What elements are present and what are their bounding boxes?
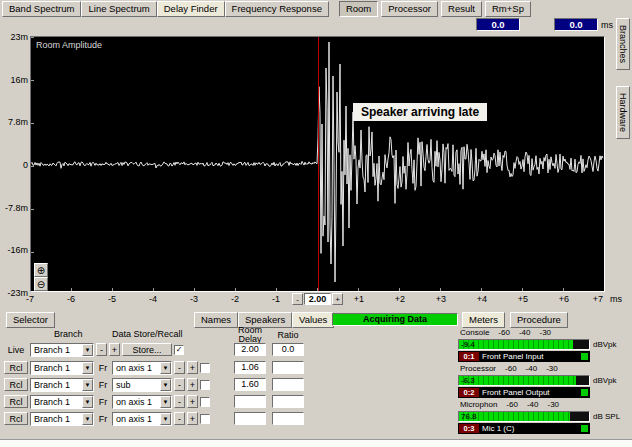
tab-meters[interactable]: Meters — [462, 312, 505, 328]
ratio-field[interactable]: 0.0 — [272, 343, 304, 356]
meter-tick: -40 — [526, 364, 538, 373]
tab-selector[interactable]: Selector — [6, 312, 55, 328]
data-store-recall-header: Data Store/Recall — [112, 329, 183, 339]
delay-plus-button[interactable]: + — [332, 293, 343, 305]
recall-plus-button[interactable]: + — [187, 395, 198, 408]
chevron-down-icon[interactable]: ▼ — [82, 344, 93, 356]
rm-plus-sp-view-button[interactable]: Rm+Sp — [485, 1, 531, 17]
recall-checkbox[interactable] — [200, 363, 210, 373]
tab-values[interactable]: Values — [292, 312, 334, 328]
processor-view-button[interactable]: Processor — [381, 1, 438, 17]
meter-value: -6.3 — [461, 376, 475, 385]
meter-tick: -60 — [506, 400, 518, 409]
meter-tick: -60 — [498, 328, 510, 337]
top-tab-bar: Band Spectrum Line Spectrum Delay Finder… — [2, 1, 531, 17]
branch-dropdown[interactable]: Branch 1 ▼ — [30, 378, 94, 392]
tab-band-spectrum[interactable]: Band Spectrum — [2, 1, 81, 17]
recall-plus-button[interactable]: + — [187, 361, 198, 374]
fr-label: Fr — [96, 397, 110, 407]
delay-cursor-line[interactable] — [318, 37, 319, 291]
store-minus-button[interactable]: - — [96, 343, 107, 356]
side-tab-hardware[interactable]: Hardware — [616, 86, 630, 139]
tab-procedure[interactable]: Procedure — [510, 312, 568, 328]
console-level-meter: -9.4 — [458, 339, 590, 350]
chevron-down-icon[interactable]: ▼ — [160, 396, 171, 408]
branch-dropdown[interactable]: Branch 1 ▼ — [30, 361, 94, 375]
room-delay-field[interactable]: 1.60 — [234, 378, 266, 391]
meter-name: Processor — [460, 364, 496, 373]
tab-frequency-response[interactable]: Frequency Response — [225, 1, 329, 17]
data-store-dropdown[interactable]: on axis 1 ▼ — [112, 412, 172, 426]
y-tick-label: -7.8m — [2, 203, 28, 213]
result-view-button[interactable]: Result — [441, 1, 482, 17]
delay-readout-right: 0.0 — [554, 18, 598, 31]
live-label: Live — [4, 345, 28, 355]
branch-dropdown[interactable]: Branch 1 ▼ — [30, 343, 94, 357]
recall-minus-button[interactable]: - — [174, 378, 185, 391]
recall-button[interactable]: Rcl — [4, 378, 28, 391]
processor-level-meter: -6.3 — [458, 375, 590, 386]
chevron-down-icon[interactable]: ▼ — [160, 362, 171, 374]
recall-button[interactable]: Rcl — [4, 412, 28, 425]
ratio-field[interactable] — [272, 412, 304, 425]
delay-value-box[interactable]: 2.00 — [304, 293, 331, 305]
recall-checkbox[interactable] — [200, 397, 210, 407]
store-plus-button[interactable]: + — [109, 343, 120, 356]
room-delay-field[interactable]: 2.00 — [234, 343, 266, 356]
room-delay-field[interactable]: 1.06 — [234, 361, 266, 374]
recall-minus-button[interactable]: - — [174, 395, 185, 408]
recall-checkbox[interactable] — [200, 414, 210, 424]
ratio-field[interactable] — [272, 361, 304, 374]
microphone-level-meter: 76.8 — [458, 411, 590, 422]
data-store-dropdown-value: on axis 1 — [113, 397, 160, 407]
y-tick-label: -16m — [2, 245, 28, 255]
zoom-in-icon: ⊕ — [37, 265, 45, 276]
chevron-down-icon[interactable]: ▼ — [82, 362, 93, 374]
chevron-down-icon[interactable]: ▼ — [82, 413, 93, 425]
meter-channel-label: 0:1 Front Panel Input — [458, 351, 590, 362]
branch-dropdown[interactable]: Branch 1 ▼ — [30, 395, 94, 409]
chevron-down-icon[interactable]: ▼ — [160, 413, 171, 425]
meter-scale: Console -60 -40 -30 — [458, 327, 590, 338]
plot-title: Room Amplitude — [36, 40, 102, 50]
meter-fill — [459, 340, 573, 349]
room-delay-field[interactable] — [234, 412, 266, 425]
side-tab-branches[interactable]: Branches — [616, 18, 630, 70]
meter-unit: dB SPL — [593, 412, 631, 421]
live-checkbox[interactable]: ✓ — [174, 345, 184, 355]
meter-channel-label: 0:2 Front Panel Output — [458, 387, 590, 398]
recall-minus-button[interactable]: - — [174, 361, 185, 374]
ratio-field[interactable] — [272, 378, 304, 391]
signal-indicator — [581, 353, 588, 360]
chevron-down-icon[interactable]: ▼ — [82, 379, 93, 391]
plot-area[interactable]: Room Amplitude Speaker arriving late ⊕ ⊖ — [30, 36, 605, 292]
recall-plus-button[interactable]: + — [187, 412, 198, 425]
meter-channel-label: 0:3 Mic 1 (C) — [458, 423, 590, 434]
data-store-dropdown[interactable]: on axis 1 ▼ — [112, 361, 172, 375]
recall-button[interactable]: Rcl — [4, 361, 28, 374]
plot-left-ticks — [31, 37, 34, 291]
data-store-dropdown[interactable]: sub ▼ — [112, 378, 172, 392]
room-view-button[interactable]: Room — [339, 1, 378, 17]
y-tick-label: 0 — [2, 160, 28, 170]
room-delay-field[interactable] — [234, 395, 266, 408]
zoom-in-button[interactable]: ⊕ — [34, 263, 48, 277]
chevron-down-icon[interactable]: ▼ — [82, 396, 93, 408]
delay-minus-button[interactable]: - — [292, 293, 303, 305]
store-button[interactable]: Store... — [122, 343, 172, 356]
tab-line-spectrum[interactable]: Line Spectrum — [81, 1, 156, 17]
recall-checkbox[interactable] — [200, 380, 210, 390]
recall-minus-button[interactable]: - — [174, 412, 185, 425]
chevron-down-icon[interactable]: ▼ — [160, 379, 171, 391]
branch-dropdown[interactable]: Branch 1 ▼ — [30, 412, 94, 426]
recall-button[interactable]: Rcl — [4, 395, 28, 408]
annotation-callout: Speaker arriving late — [353, 103, 487, 121]
selector-row-recall: Rcl Branch 1 ▼ Fr on axis 1 ▼ - + — [4, 411, 228, 426]
ratio-field[interactable] — [272, 395, 304, 408]
recall-plus-button[interactable]: + — [187, 378, 198, 391]
tab-delay-finder[interactable]: Delay Finder — [157, 1, 225, 17]
tab-names[interactable]: Names — [194, 312, 238, 328]
channel-index-badge: 0:3 — [459, 424, 479, 433]
zoom-out-button[interactable]: ⊖ — [34, 277, 48, 291]
data-store-dropdown[interactable]: on axis 1 ▼ — [112, 395, 172, 409]
